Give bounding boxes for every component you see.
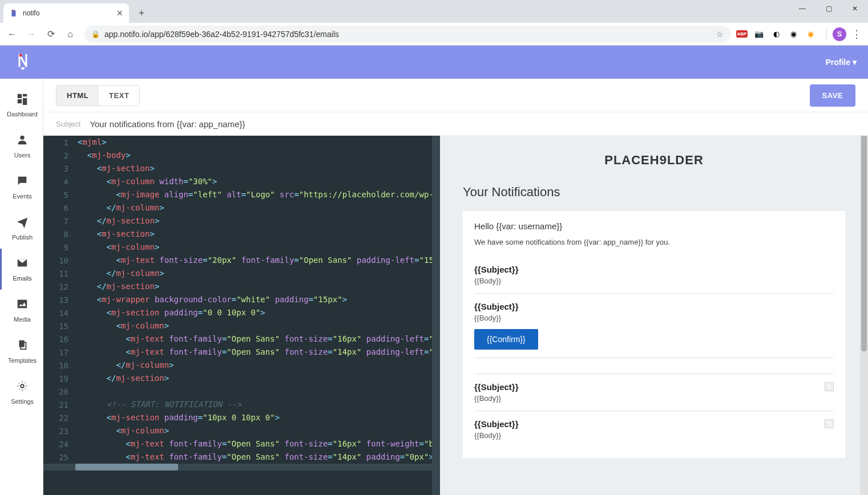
browser-tab-strip: notifo ✕ + — ▢ ✕	[0, 0, 868, 23]
svg-rect-2	[21, 67, 25, 70]
hscroll-thumb[interactable]	[75, 464, 178, 470]
confirm-button[interactable]: {{Confirm}}	[474, 329, 538, 350]
lock-icon: 🔒	[91, 30, 100, 38]
subject-input[interactable]	[90, 119, 855, 129]
address-bar[interactable]: 🔒 app.notifo.io/app/628f59eb-36a2-4b52-9…	[84, 26, 730, 43]
camera-icon[interactable]: 📷	[753, 29, 765, 40]
extension-icons: ABP 📷 ◐ ◉ ◉	[736, 29, 821, 40]
bookmark-icon[interactable]: ☆	[716, 30, 724, 39]
notification-item: {{Subject}}{{Body}}{{Confirm}}	[474, 294, 834, 358]
preview-subtext: We have some notifications from {{var: a…	[474, 238, 834, 246]
notification-item: {{Subject}}{{Body}}	[474, 374, 834, 411]
sidebar-item-label: Templates	[8, 357, 37, 364]
save-button[interactable]: SAVE	[810, 84, 855, 107]
reload-button[interactable]: ⟳	[42, 26, 59, 43]
minimize-button[interactable]: —	[789, 0, 815, 17]
sidebar-item-media[interactable]: Media	[0, 290, 43, 331]
sidebar-item-label: Events	[13, 193, 32, 200]
profile-dropdown[interactable]: Profile ▾	[825, 58, 857, 67]
url-text: app.notifo.io/app/628f59eb-36a2-4b52-919…	[104, 30, 339, 39]
browser-menu-button[interactable]: ⋮	[849, 26, 865, 42]
preview-heading: Your Notifications	[463, 185, 845, 200]
notif-body: {{Body}}	[474, 277, 834, 285]
sidebar-item-label: Users	[14, 152, 31, 159]
gear-icon	[16, 380, 29, 396]
vscroll-thumb[interactable]	[861, 136, 867, 351]
editor-toolbar: HTML TEXT SAVE	[43, 79, 868, 112]
sidebar-item-users[interactable]: Users	[0, 125, 43, 167]
notif-subject: {{Subject}}	[474, 302, 834, 311]
svg-rect-4	[18, 300, 27, 309]
notif-body: {{Body}}	[474, 394, 819, 403]
tab-html[interactable]: HTML	[56, 86, 99, 106]
svg-rect-9	[826, 421, 832, 427]
abp-icon[interactable]: ABP	[736, 29, 748, 40]
editor-hscrollbar[interactable]	[43, 464, 440, 470]
image-icon	[16, 298, 29, 314]
content: HTML TEXT SAVE Subject 12345678910111213…	[43, 79, 868, 495]
broken-image-icon	[825, 382, 834, 391]
line-gutter: 1234567891011121314151617181920212223242…	[43, 136, 75, 464]
email-preview: PLACEH9LDER Your Notifications Hello {{v…	[440, 136, 868, 495]
maximize-button[interactable]: ▢	[815, 0, 842, 17]
preview-hello: Hello {{var: username}}	[474, 221, 834, 231]
tab-text[interactable]: TEXT	[99, 86, 139, 106]
back-button[interactable]: ←	[3, 26, 21, 43]
preview-vscrollbar[interactable]	[860, 136, 868, 495]
editor-vscrollbar[interactable]	[432, 136, 440, 495]
sidebar-item-label: Dashboard	[7, 111, 38, 117]
sidebar-item-label: Publish	[12, 234, 33, 241]
dashboard-icon	[16, 92, 29, 108]
copy-icon	[16, 339, 29, 355]
notification-item: {{Subject}}{{Body}}	[474, 411, 834, 448]
tab-title: notifo	[23, 9, 112, 17]
window-controls: — ▢ ✕	[789, 0, 868, 17]
notif-body: {{Body}}	[474, 314, 834, 322]
sidebar-item-label: Emails	[13, 275, 31, 282]
moon-icon[interactable]: ◐	[770, 29, 782, 40]
sidebar-item-publish[interactable]: Publish	[0, 208, 43, 249]
close-icon[interactable]: ✕	[116, 9, 123, 18]
app-logo-icon[interactable]	[11, 51, 34, 74]
broken-image-icon	[825, 419, 834, 428]
send-icon	[16, 216, 29, 232]
sidebar-item-templates[interactable]: Templates	[0, 331, 43, 372]
swirl-icon[interactable]: ◉	[788, 29, 799, 40]
code-editor[interactable]: 1234567891011121314151617181920212223242…	[43, 136, 440, 495]
home-button[interactable]: ⌂	[62, 26, 79, 43]
svg-rect-5	[19, 340, 25, 347]
mail-icon	[16, 257, 29, 273]
sidebar-item-events[interactable]: Events	[0, 167, 43, 208]
person-icon	[16, 133, 29, 149]
chat-icon	[16, 175, 29, 190]
chevron-down-icon: ▾	[853, 58, 857, 67]
sidebar-item-settings[interactable]: Settings	[0, 372, 43, 413]
sidebar-item-emails[interactable]: Emails	[0, 249, 43, 290]
new-tab-button[interactable]: +	[134, 5, 150, 21]
svg-rect-8	[826, 384, 832, 389]
subject-label: Subject	[56, 120, 80, 128]
notification-item: {{Subject}}{{Body}}	[474, 257, 834, 294]
browser-toolbar: ← → ⟳ ⌂ 🔒 app.notifo.io/app/628f59eb-36a…	[0, 23, 868, 46]
format-segment: HTML TEXT	[56, 85, 140, 106]
forward-button[interactable]: →	[23, 26, 40, 43]
notif-subject: {{Subject}}	[474, 265, 834, 274]
notif-body: {{Body}}	[474, 431, 819, 440]
preview-card: Hello {{var: username}} We have some not…	[463, 211, 845, 458]
sidebar-item-dashboard[interactable]: Dashboard	[0, 84, 43, 125]
divider	[826, 28, 827, 40]
close-window-button[interactable]: ✕	[842, 0, 868, 17]
sidebar-item-label: Media	[14, 316, 31, 323]
sidebar: Dashboard Users Events Publish Emails Me…	[0, 79, 43, 495]
svg-point-1	[19, 54, 22, 57]
app-header: Profile ▾	[0, 46, 868, 79]
subject-row: Subject	[43, 112, 868, 136]
profile-label: Profile	[825, 58, 850, 67]
circle-icon[interactable]: ◉	[805, 29, 816, 40]
svg-point-0	[13, 10, 14, 11]
placeholder-logo: PLACEH9LDER	[463, 153, 845, 168]
code-lines[interactable]: <mjml> <mj-body> <mj-section> <mj-column…	[75, 136, 440, 464]
profile-avatar[interactable]: S	[833, 27, 846, 41]
svg-point-3	[20, 136, 24, 140]
browser-tab[interactable]: notifo ✕	[3, 3, 129, 23]
